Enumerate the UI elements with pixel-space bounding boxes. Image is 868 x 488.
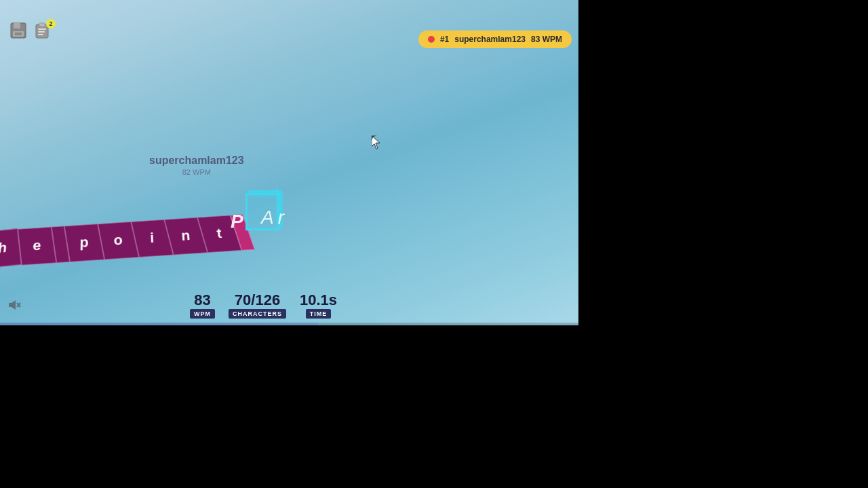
svg-rect-3 xyxy=(15,33,22,35)
player-label: superchamlam123 82 WPM xyxy=(149,155,244,176)
characters-label: CHARACTERS xyxy=(229,309,286,319)
game-viewport: 2 #1 superchamlam123 83 WPM superchamlam… xyxy=(0,0,578,325)
badge-username: superchamlam123 xyxy=(454,35,526,44)
save-icon[interactable] xyxy=(8,20,28,41)
characters-value: 70/126 xyxy=(235,293,280,308)
clipboard-badge: 2 xyxy=(46,19,56,28)
clipboard-icon[interactable]: 2 xyxy=(33,20,53,41)
wpm-stat: 83 WPM xyxy=(190,293,215,319)
player-username: superchamlam123 xyxy=(149,155,244,167)
svg-rect-6 xyxy=(38,28,46,30)
progress-fill xyxy=(0,323,318,325)
time-label: TIME xyxy=(306,309,332,319)
svg-rect-8 xyxy=(38,34,43,35)
time-stat: 10.1s TIME xyxy=(300,293,337,319)
wpm-value: 83 xyxy=(194,293,210,308)
stats-bar: 83 WPM 70/126 CHARACTERS 10.1s TIME xyxy=(190,293,337,319)
wpm-label: WPM xyxy=(190,309,215,319)
characters-stat: 70/126 CHARACTERS xyxy=(229,293,286,319)
black-right-panel xyxy=(578,0,868,488)
progress-bar xyxy=(0,323,578,325)
block-e: e xyxy=(18,227,56,266)
svg-rect-1 xyxy=(14,23,20,28)
badge-rank: #1 xyxy=(440,35,449,44)
time-value: 10.1s xyxy=(300,293,337,308)
player-wpm-small: 82 WPM xyxy=(149,168,244,176)
svg-marker-10 xyxy=(9,300,16,310)
player-badge: #1 superchamlam123 83 WPM xyxy=(418,30,572,48)
svg-marker-9 xyxy=(372,136,380,149)
sky-background xyxy=(0,0,578,325)
svg-rect-5 xyxy=(39,23,45,26)
badge-wpm: 83 WPM xyxy=(531,35,562,44)
live-dot xyxy=(428,36,435,43)
current-letter-display: P xyxy=(231,211,243,232)
top-left-icons: 2 xyxy=(8,20,53,41)
mouse-cursor xyxy=(372,136,380,148)
svg-rect-7 xyxy=(38,31,45,33)
volume-icon[interactable] xyxy=(7,298,22,315)
black-bottom-panel xyxy=(0,325,578,488)
current-word-partial: Ar xyxy=(261,207,288,228)
